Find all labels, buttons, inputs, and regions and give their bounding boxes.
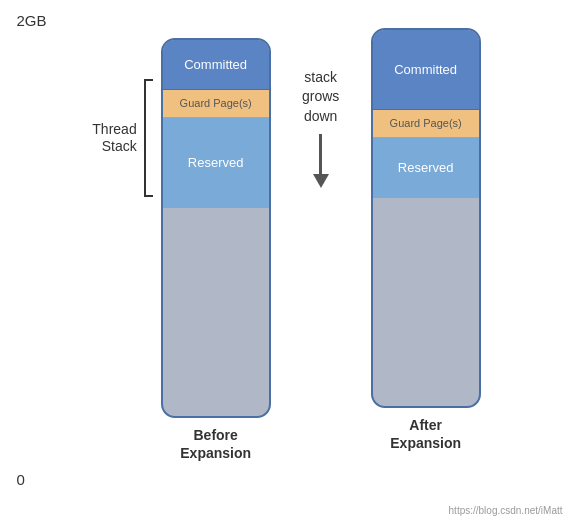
- thread-stack-label: Thread Stack: [92, 78, 154, 198]
- main-content: Thread Stack Committed Guard Page(s) Res…: [7, 28, 567, 518]
- after-guard: Guard Page(s): [373, 110, 479, 138]
- top-label: 2GB: [17, 12, 47, 29]
- middle-section: stack grows down: [271, 58, 371, 189]
- bracket-icon: [141, 78, 155, 198]
- after-committed: Committed: [373, 30, 479, 110]
- bracket-container: Thread Stack: [92, 78, 154, 198]
- before-top-section: Committed Guard Page(s) Reserved: [163, 40, 269, 208]
- before-label: Before Expansion: [180, 426, 251, 462]
- after-label: After Expansion: [390, 416, 461, 452]
- arrow-down-icon: [313, 134, 329, 188]
- thread-stack-text: Thread Stack: [92, 121, 136, 155]
- before-column-wrapper: Committed Guard Page(s) Reserved Before …: [161, 38, 271, 462]
- before-guard: Guard Page(s): [163, 90, 269, 118]
- before-column: Committed Guard Page(s) Reserved: [161, 38, 271, 418]
- after-top-section: Committed Guard Page(s) Reserved: [373, 30, 479, 198]
- after-column-wrapper: Committed Guard Page(s) Reserved After E…: [371, 28, 481, 452]
- arrow-head: [313, 174, 329, 188]
- before-reserved: Reserved: [163, 118, 269, 208]
- after-reserved: Reserved: [373, 138, 479, 198]
- before-committed: Committed: [163, 40, 269, 90]
- arrow-shaft: [319, 134, 322, 174]
- arrow-label: stack grows down: [302, 68, 339, 127]
- after-column: Committed Guard Page(s) Reserved: [371, 28, 481, 408]
- left-section: Thread Stack Committed Guard Page(s) Res…: [92, 38, 270, 462]
- diagram-container: 2GB 0 https://blog.csdn.net/iMatt Thread…: [7, 8, 567, 518]
